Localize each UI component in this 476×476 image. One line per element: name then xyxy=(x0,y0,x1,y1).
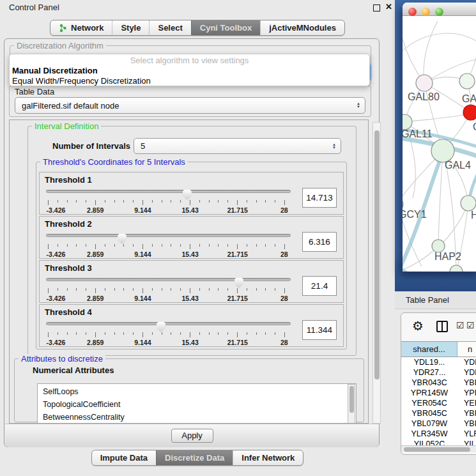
split-columns-icon[interactable] xyxy=(436,321,448,332)
slider-thumb[interactable] xyxy=(234,278,243,288)
close-icon[interactable]: ✕ xyxy=(385,2,392,12)
network-icon xyxy=(59,24,67,33)
tick-labels: -3.4262.8599.14415.4321.71528 xyxy=(48,250,285,258)
node-label: C xyxy=(473,121,476,133)
tab-network[interactable]: Network xyxy=(50,20,112,35)
tab-discretize-data[interactable]: Discretize Data xyxy=(156,450,233,465)
network-node[interactable] xyxy=(459,73,475,89)
zoom-traffic-icon[interactable] xyxy=(435,8,443,16)
apply-bar: Apply xyxy=(5,424,379,447)
node-label: GAL11 xyxy=(403,128,433,140)
settings-scroll-panel: Interval Definition Number of Intervals … xyxy=(9,119,369,424)
table-body: YDL19...YDL1YDR27...YDR2YBR043CYBR0YPR14… xyxy=(401,357,476,449)
tick-labels: -3.4262.8599.14415.4321.71528 xyxy=(48,339,285,346)
table-row[interactable]: YBL079WYBL0 xyxy=(401,418,476,429)
threshold-3-panel: Threshold 3 -3.4262.8599.14415.4321.7152… xyxy=(39,260,344,303)
threshold-value-field[interactable]: 21.4 xyxy=(302,276,337,296)
network-node[interactable] xyxy=(432,240,445,252)
network-node[interactable] xyxy=(431,139,454,162)
threshold-value-field[interactable]: 14.713 xyxy=(302,188,337,208)
slider-ticks xyxy=(48,244,285,250)
slider-track[interactable]: -3.4262.8599.14415.4321.71528 xyxy=(46,322,291,325)
column-header-name[interactable]: n xyxy=(457,342,476,357)
tick-labels: -3.4262.8599.14415.4321.71528 xyxy=(48,206,285,214)
dropdown-option-equal-width[interactable]: Equal Width/Frequency Discretization xyxy=(12,76,367,86)
slider-ticks xyxy=(48,332,285,338)
minimize-traffic-icon[interactable] xyxy=(422,8,430,16)
panel-scrollbar[interactable] xyxy=(372,122,381,424)
attribute-item[interactable]: SelfLoops xyxy=(38,385,356,398)
network-node-selected[interactable] xyxy=(463,105,476,120)
tab-jactivemnodules[interactable]: jActiveMNodules xyxy=(260,20,344,35)
node-label: GAL80 xyxy=(408,91,440,103)
node-label: HAP2 xyxy=(434,251,461,263)
horizontal-scrollbar[interactable] xyxy=(401,445,476,452)
column-header-shared-name[interactable]: shared... xyxy=(401,342,457,357)
float-window-icon[interactable] xyxy=(373,4,380,12)
network-window: GAL80 GA C GAL11 GAL4 GCY1 H HAP2 xyxy=(403,3,476,272)
slider-track[interactable]: -3.4262.8599.14415.4321.71528 xyxy=(46,190,291,193)
table-row[interactable]: YPR145WYPR1 xyxy=(401,388,476,398)
attribute-item[interactable]: BetweennessCentrality xyxy=(38,411,356,424)
num-intervals-combobox[interactable]: 5 ▲▼ xyxy=(134,138,341,154)
table-row[interactable]: YDR27...YDR2 xyxy=(401,367,476,378)
attribute-item[interactable]: TopologicalCoefficient xyxy=(38,398,356,411)
tab-impute-data[interactable]: Impute Data xyxy=(92,450,156,465)
network-node[interactable] xyxy=(450,265,463,272)
table-row[interactable]: YER054CYER0 xyxy=(401,398,476,408)
panel-title: Control Panel xyxy=(9,3,59,12)
network-canvas[interactable]: GAL80 GA C GAL11 GAL4 GCY1 H HAP2 xyxy=(403,16,476,272)
threshold-label: Threshold 2 xyxy=(45,219,338,229)
dropdown-placeholder: Select algorithm to view settings xyxy=(12,56,367,66)
threshold-value-field[interactable]: 6.316 xyxy=(302,232,337,252)
slider-thumb[interactable] xyxy=(157,322,165,332)
list-scrollbar[interactable] xyxy=(348,384,355,424)
network-node[interactable] xyxy=(461,196,476,211)
checkbox-icon[interactable]: ☑ xyxy=(456,320,464,330)
stepper-arrows-icon: ▲▼ xyxy=(332,143,336,150)
interval-definition-group: Interval Definition Number of Intervals … xyxy=(27,126,357,356)
group-title: Attributes to discretize xyxy=(19,354,105,364)
group-title: Discretization Algorithm xyxy=(14,41,106,50)
apply-button[interactable]: Apply xyxy=(171,429,213,443)
top-tab-bar: Network Style Select Cyni Toolbox jActiv… xyxy=(0,20,395,36)
stepper-arrows-icon: ▲▼ xyxy=(357,102,360,109)
tab-cyni-toolbox[interactable]: Cyni Toolbox xyxy=(191,20,260,35)
tick-labels: -3.4262.8599.14415.4321.71528 xyxy=(48,295,285,302)
network-node[interactable] xyxy=(403,114,412,130)
tab-style[interactable]: Style xyxy=(112,20,149,35)
table-row[interactable]: YDL19...YDL1 xyxy=(401,357,476,367)
dropdown-option-manual[interactable]: Manual Discretization xyxy=(12,66,367,76)
table-row[interactable]: YBR043CYBR0 xyxy=(401,378,476,388)
close-traffic-icon[interactable] xyxy=(408,8,417,16)
gear-icon[interactable]: ⚙ xyxy=(412,318,424,334)
node-label: GAL4 xyxy=(445,160,471,171)
group-title: Interval Definition xyxy=(32,121,101,131)
slider-thumb[interactable] xyxy=(118,234,127,244)
table-panel-titlebar: Table Panel xyxy=(395,291,476,309)
table-header-row: shared... n xyxy=(401,341,476,357)
threshold-label: Threshold 3 xyxy=(45,263,338,273)
table-toolbar: ⚙ ☑ ☑ xyxy=(401,313,476,341)
node-label: H xyxy=(471,210,476,221)
slider-track[interactable]: -3.4262.8599.14415.4321.71528 xyxy=(46,234,291,237)
threshold-4-panel: Threshold 4 -3.4262.8599.14415.4321.7152… xyxy=(39,304,344,347)
table-row[interactable]: YLR345WYLR3 xyxy=(401,429,476,439)
slider-ticks xyxy=(48,200,285,206)
threshold-value-field[interactable]: 11.344 xyxy=(302,320,337,340)
threshold-label: Threshold 1 xyxy=(45,175,338,185)
checkbox-icon[interactable]: ☑ xyxy=(466,320,475,330)
table-row[interactable]: YBR045CYBR0 xyxy=(401,408,476,418)
network-node[interactable] xyxy=(416,75,433,91)
tab-select[interactable]: Select xyxy=(149,20,190,35)
table-data-value: galFiltered.sif default node xyxy=(22,101,119,111)
group-title: Threshold's Coordinates for 5 Intervals xyxy=(40,157,188,167)
threshold-1-panel: Threshold 1 -3.4262.8599.14415.4321.7152… xyxy=(39,172,344,215)
table-data-combobox[interactable]: galFiltered.sif default node ▲▼ xyxy=(15,97,365,114)
algorithm-dropdown-popup: Select algorithm to view settings Manual… xyxy=(9,54,370,86)
app-root: Control Panel ✕ Network Style Select xyxy=(0,0,476,476)
slider-track[interactable]: -3.4262.8599.14415.4321.71528 xyxy=(46,278,291,281)
numerical-attributes-list[interactable]: SelfLoopsTopologicalCoefficientBetweenne… xyxy=(37,383,357,424)
slider-thumb[interactable] xyxy=(183,190,192,200)
tab-infer-network[interactable]: Infer Network xyxy=(233,450,303,465)
